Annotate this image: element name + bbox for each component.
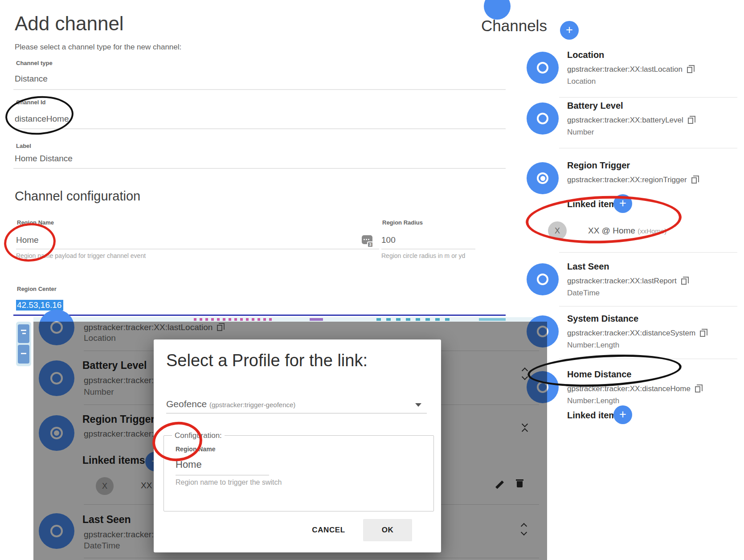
channel-type: DateTime [567, 289, 600, 298]
region-name-input[interactable]: Home [176, 459, 202, 470]
copy-icon[interactable] [688, 118, 693, 124]
add-link-button[interactable]: + [613, 194, 632, 213]
select-profile-dialog: Select a Profile for the link: Geofence … [154, 339, 441, 552]
channel-configuration-heading: Channel configuration [15, 189, 140, 204]
channel-uid: gpstracker:tracker:XX:lastLocation [567, 65, 692, 74]
region-name-label: Region Name [176, 446, 215, 453]
divider [559, 97, 737, 98]
region-radius-label: Region Radius [382, 219, 423, 226]
extension-badge: 3 [367, 241, 373, 248]
configuration-fieldset: Configuration: Region Name Home Region n… [164, 435, 434, 511]
divider [13, 89, 506, 90]
divider [13, 128, 506, 129]
channel-uid: gpstracker:tracker:XX:distanceSystem [567, 329, 705, 338]
region-radius-hint: Region circle radius in m or yd [381, 252, 465, 259]
region-name-label: Region Name [17, 219, 54, 226]
channel-type-select[interactable]: Distance [15, 74, 48, 84]
profile-select-detail: (gpstracker:trigger-geofence) [209, 401, 295, 409]
copy-icon[interactable] [700, 331, 705, 337]
region-center-label: Region Center [17, 286, 57, 292]
channel-title: Battery Level [567, 101, 623, 111]
map-zoom-control [16, 322, 31, 366]
item-avatar: X [548, 221, 567, 240]
label-field-label: Label [16, 143, 31, 149]
channel-type-label: Channel type [16, 60, 53, 66]
channel-type: Number:Length [567, 341, 619, 350]
region-radius-input[interactable]: 100 [381, 235, 396, 245]
fieldset-legend: Configuration: [172, 431, 225, 440]
channel-title: Last Seen [567, 262, 609, 272]
copy-icon[interactable] [691, 177, 697, 184]
trigger-channel-icon [527, 162, 559, 194]
divider [381, 249, 475, 249]
channel-title: Home Distance [567, 369, 632, 380]
copy-icon[interactable] [695, 386, 700, 392]
map-zoom-out-button[interactable] [18, 345, 29, 364]
copy-icon[interactable] [681, 278, 687, 285]
region-name-hint: Region name payload for trigger channel … [16, 252, 146, 259]
label-input[interactable]: Home Distance [15, 154, 73, 164]
linked-item-label: XX @ Home (xxHome) [588, 226, 666, 236]
channel-title: Location [567, 50, 604, 60]
divider [559, 148, 737, 148]
channel-title: Region Trigger [567, 160, 630, 171]
channels-heading: Channels [481, 17, 547, 35]
add-channel-button[interactable]: + [560, 21, 579, 40]
channel-id-input[interactable]: distanceHome [15, 114, 69, 124]
channel-uid: gpstracker:tracker:XX:batteryLevel [567, 116, 693, 125]
divider [559, 306, 737, 307]
channel-uid: gpstracker:tracker:XX:distanceHome [567, 384, 700, 393]
datetime-channel-icon [527, 263, 559, 295]
profile-select[interactable]: Geofence (gpstracker:trigger-geofence) [166, 389, 427, 413]
divider [13, 168, 506, 169]
channel-type: Number [567, 128, 594, 137]
dialog-title: Select a Profile for the link: [166, 351, 368, 370]
channel-type: Location [567, 77, 596, 86]
input-underline [176, 475, 269, 475]
divider [559, 359, 737, 359]
region-name-hint: Region name to trigger the switch [176, 478, 282, 486]
form-filler-extension-icon[interactable]: 3 [362, 235, 373, 248]
map-zoom-in-button[interactable] [18, 324, 29, 343]
copy-icon[interactable] [687, 67, 692, 73]
channel-type: Number:Length [567, 396, 619, 405]
add-link-button[interactable]: + [613, 405, 632, 424]
number-channel-icon [527, 102, 559, 135]
cancel-button[interactable]: CANCEL [301, 519, 356, 541]
channel-title: System Distance [567, 314, 638, 324]
channel-id-label: Channel Id [16, 99, 45, 106]
ok-button[interactable]: OK [363, 519, 412, 541]
page-subtitle: Please select a channel type for the new… [15, 43, 181, 52]
divider [16, 249, 379, 249]
chevron-down-icon [415, 403, 421, 407]
location-channel-icon [527, 52, 559, 84]
region-name-input[interactable]: Home [16, 235, 39, 245]
page-title: Add channel [15, 12, 124, 35]
channel-uid: gpstracker:tracker:XX:regionTrigger [567, 176, 697, 184]
channel-uid: gpstracker:tracker:XX:lastReport [567, 277, 687, 286]
divider [559, 252, 737, 253]
profile-select-value: Geofence [166, 399, 207, 409]
